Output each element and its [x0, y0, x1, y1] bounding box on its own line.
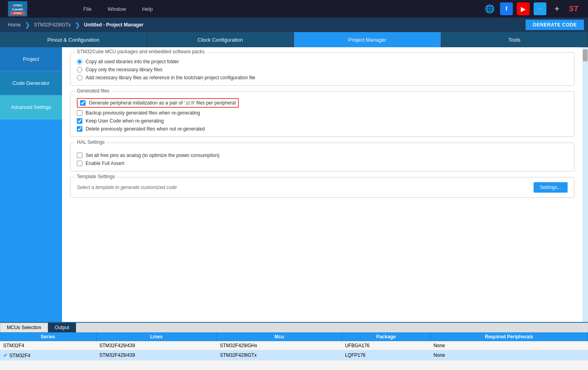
cell-lines: STM32F429/439	[96, 341, 216, 350]
breadcrumb-sep-2: ❯	[75, 21, 80, 29]
menu-bar: STM32 CubeMX STM32 File Window Help 🌐 f …	[0, 0, 588, 18]
mcu-packages-radio-group: Copy all used libraries into the project…	[77, 57, 568, 80]
checkbox-enable-assert-input[interactable]	[77, 161, 82, 166]
main-tabs: Pinout & Configuration Clock Configurati…	[0, 32, 588, 47]
generate-code-button[interactable]: GENERATE CODE	[526, 20, 584, 30]
st-logo[interactable]: ST	[567, 2, 580, 15]
hal-settings-label: HAL Settings	[74, 139, 107, 145]
checkbox-gen-peripheral-input[interactable]	[80, 100, 86, 106]
tab-clock[interactable]: Clock Configuration	[147, 32, 294, 47]
bottom-tab-mcu-selection[interactable]: MCUs Selection	[0, 323, 48, 332]
cell-mcu: STM32F429IGTx	[217, 350, 342, 360]
cell-package: LQFP176	[342, 350, 430, 360]
checkbox-set-free-pins-input[interactable]	[77, 153, 82, 158]
cell-package: UFBGA176	[342, 341, 430, 350]
breadcrumb-device[interactable]: STM32F429IGTx	[30, 22, 75, 28]
window-menu[interactable]: Window	[108, 6, 126, 12]
svg-text:CubeMX: CubeMX	[12, 8, 23, 11]
template-settings-section: Template Settings Select a template to g…	[70, 177, 574, 198]
globe-icon[interactable]: 🌐	[483, 2, 496, 15]
checkbox-delete-files-input[interactable]	[77, 126, 82, 132]
help-menu[interactable]: Help	[142, 6, 153, 12]
table-row[interactable]: ✔ STM32F4 STM32F429/439 STM32F429IGTx LQ…	[0, 350, 588, 360]
facebook-icon[interactable]: f	[500, 2, 513, 15]
mcu-packages-label: STM32Cube MCU packages and embedded soft…	[74, 49, 207, 54]
breadcrumb-sep-1: ❯	[25, 21, 30, 29]
tab-pinout[interactable]: Pinout & Configuration	[0, 32, 147, 47]
bottom-table: Series Lines Mcu Package Required Periph…	[0, 332, 588, 360]
table-row[interactable]: STM32F4 STM32F429/439 STM32F429IGHx UFBG…	[0, 341, 588, 350]
bottom-tab-output[interactable]: Output	[48, 323, 76, 332]
content-area: Project Code Generator Advanced Settings…	[0, 47, 588, 322]
mcu-packages-section: STM32Cube MCU packages and embedded soft…	[70, 52, 574, 86]
generated-files-label: Generated files	[74, 88, 112, 94]
cell-series: ✔ STM32F4	[0, 350, 96, 360]
network-icon[interactable]: ✦	[550, 2, 563, 15]
checkbox-enable-assert[interactable]: Enable Full Assert	[77, 161, 568, 166]
breadcrumb-bar: Home ❯ STM32F429IGTx ❯ Untitled - Projec…	[0, 18, 588, 32]
settings-button[interactable]: Settings...	[534, 182, 568, 193]
radio-add-reference[interactable]: Add necessary library files as reference…	[77, 75, 568, 80]
checkbox-backup-files[interactable]: Backup previously generated files when r…	[77, 110, 568, 116]
scrollbar-thumb[interactable]	[583, 49, 588, 61]
radio-copy-necessary-input[interactable]	[77, 67, 82, 72]
selected-check-icon: ✔	[3, 352, 8, 358]
template-placeholder: Select a template to generate customized…	[77, 185, 530, 190]
checkbox-keep-user-code-input[interactable]	[77, 118, 82, 124]
cell-mcu: STM32F429IGHx	[217, 341, 342, 350]
col-package: Package	[342, 332, 430, 341]
logo-area: STM32 CubeMX STM32	[8, 1, 27, 16]
cell-lines: STM32F429/439	[96, 350, 216, 360]
checkbox-delete-files[interactable]: Delete previously generated files when n…	[77, 126, 568, 132]
template-settings-label: Template Settings	[74, 174, 117, 179]
youtube-icon[interactable]: ▶	[517, 2, 530, 15]
breadcrumb-project[interactable]: Untitled - Project Manager	[80, 22, 148, 28]
hal-settings-section: HAL Settings Set all free pins as analog…	[70, 143, 574, 171]
tab-tools[interactable]: Tools	[441, 32, 588, 47]
svg-text:STM32: STM32	[14, 12, 22, 14]
sidebar-item-code-generator[interactable]: Code Generator	[0, 71, 62, 95]
tab-project-manager[interactable]: Project Manager	[294, 32, 441, 47]
col-peripherals: Required Peripherals	[430, 332, 588, 341]
checkbox-highlight-gen-peripheral: Generate peripheral initialization as a …	[77, 98, 239, 108]
checkbox-keep-user-code[interactable]: Keep User Code when re-generating	[77, 118, 568, 124]
checkbox-set-free-pins[interactable]: Set all free pins as analog (to optimize…	[77, 153, 568, 158]
generated-files-section: Generated files Generate peripheral init…	[70, 91, 574, 137]
template-row: Select a template to generate customized…	[77, 182, 568, 193]
svg-text:STM32: STM32	[13, 4, 22, 7]
radio-copy-all-input[interactable]	[77, 59, 82, 64]
cell-peripherals: None	[430, 350, 588, 360]
radio-copy-all[interactable]: Copy all used libraries into the project…	[77, 59, 568, 64]
right-scrollbar[interactable]	[582, 47, 588, 322]
radio-copy-necessary[interactable]: Copy only the necessary library files	[77, 67, 568, 72]
sidebar-item-advanced-settings[interactable]: Advanced Settings	[0, 95, 62, 119]
hal-settings-checkboxes: Set all free pins as analog (to optimize…	[77, 151, 568, 166]
main-content: STM32Cube MCU packages and embedded soft…	[62, 47, 582, 322]
logo-box: STM32 CubeMX STM32	[8, 1, 27, 16]
twitter-icon[interactable]: 🐦	[534, 2, 546, 15]
col-series: Series	[0, 332, 96, 341]
menu-items: File Window Help	[83, 6, 153, 12]
sidebar: Project Code Generator Advanced Settings	[0, 47, 62, 322]
generated-files-checkboxes: Generate peripheral initialization as a …	[77, 97, 568, 132]
cell-series: STM32F4	[0, 341, 96, 350]
cell-peripherals: None	[430, 341, 588, 350]
col-mcu: Mcu	[217, 332, 342, 341]
col-lines: Lines	[96, 332, 216, 341]
file-menu[interactable]: File	[83, 6, 92, 12]
sidebar-item-project[interactable]: Project	[0, 47, 62, 71]
bottom-tabs: MCUs Selection Output	[0, 323, 588, 332]
radio-add-reference-input[interactable]	[77, 75, 82, 80]
breadcrumb-home[interactable]: Home	[4, 22, 25, 28]
social-icons: 🌐 f ▶ 🐦 ✦ ST	[483, 2, 580, 15]
checkbox-backup-files-input[interactable]	[77, 110, 82, 116]
bottom-panel: MCUs Selection Output Series Lines Mcu P…	[0, 322, 588, 370]
checkbox-gen-peripheral[interactable]: Generate peripheral initialization as a …	[77, 98, 568, 108]
